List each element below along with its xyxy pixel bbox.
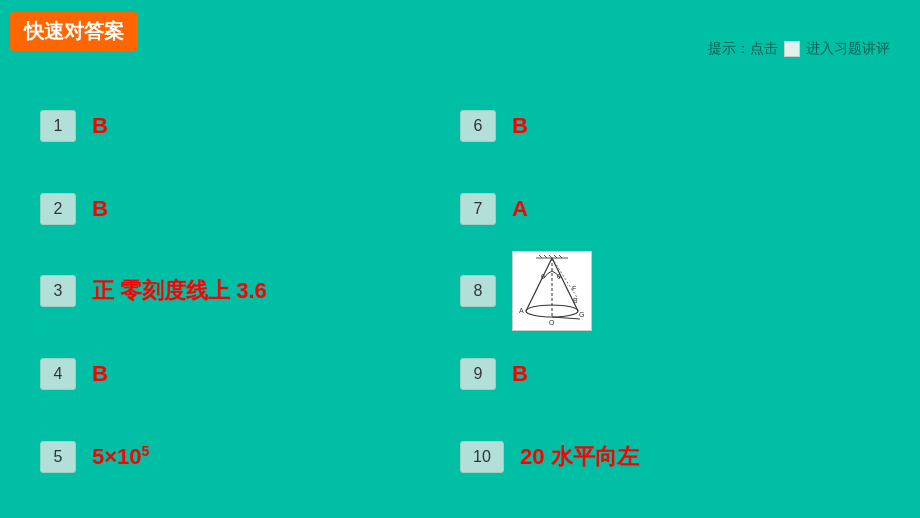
svg-text:B: B [573,297,578,304]
svg-text:θ: θ [541,273,545,280]
answer-text-10: 20 水平向左 [520,442,639,472]
diagram-8: θ θ A B O G F [512,251,592,331]
answer-item-4: 4 B [40,333,460,416]
answer-item-1: 1 B [40,85,460,168]
answer-item-7: 7 A [460,168,880,251]
answer-text-7: A [512,196,528,222]
hint-area: 提示：点击 进入习题讲评 [708,40,890,58]
hint-prefix: 提示：点击 [708,40,778,58]
answers-grid: 1 B 6 B 2 B 7 A 3 正 零刻度线上 3.6 8 [40,85,880,498]
num-box-5[interactable]: 5 [40,441,76,473]
num-box-8[interactable]: 8 [460,275,496,307]
svg-text:G: G [579,311,584,318]
answer-text-1: B [92,113,108,139]
answer-item-8: 8 [460,250,880,333]
page-title: 快速对答案 [10,12,138,51]
num-box-1[interactable]: 1 [40,110,76,142]
answer-text-3: 正 零刻度线上 3.6 [92,276,267,306]
svg-text:O: O [549,319,555,326]
answer-item-9: 9 B [460,333,880,416]
num-box-4[interactable]: 4 [40,358,76,390]
svg-text:A: A [519,307,524,314]
svg-text:F: F [572,285,576,292]
num-box-9[interactable]: 9 [460,358,496,390]
num-box-2[interactable]: 2 [40,193,76,225]
answer-item-3: 3 正 零刻度线上 3.6 [40,250,460,333]
answer-text-9: B [512,361,528,387]
num-box-10[interactable]: 10 [460,441,504,473]
answer-text-2: B [92,196,108,222]
answer-item-6: 6 B [460,85,880,168]
hint-suffix: 进入习题讲评 [806,40,890,58]
answer-item-10: 10 20 水平向左 [460,415,880,498]
hint-checkbox[interactable] [784,41,800,57]
num-box-7[interactable]: 7 [460,193,496,225]
answer-item-5: 5 5×105 [40,415,460,498]
answer-text-6: B [512,113,528,139]
answer-text-5: 5×105 [92,443,149,470]
num-box-6[interactable]: 6 [460,110,496,142]
answer-text-4: B [92,361,108,387]
svg-text:θ: θ [557,273,561,280]
answer-item-2: 2 B [40,168,460,251]
num-box-3[interactable]: 3 [40,275,76,307]
